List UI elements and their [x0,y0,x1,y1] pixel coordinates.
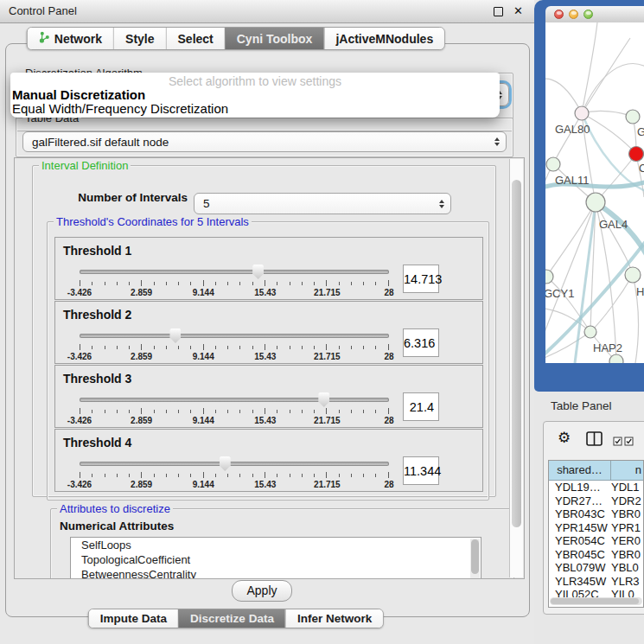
table-row[interactable]: YER054CYER0 [549,534,643,548]
network-edge [553,113,582,164]
column-header-name[interactable]: n [611,461,643,480]
threshold-value-field[interactable]: 21.4 [403,392,439,421]
slider-ticks [80,280,389,286]
close-icon[interactable]: ✕ [513,4,523,17]
table-row[interactable]: YBR045CYBR0 [549,548,643,562]
attribute-item[interactable]: BetweennessCentrality [71,567,481,579]
node-label: G [637,125,644,138]
table-row[interactable]: YDR27…YDR2 [549,494,643,508]
table-cell: YBR0 [611,548,643,562]
table-row[interactable]: YBR043CYBR0 [549,507,643,521]
thresholds-group: Threshold's Coordinates for 5 Intervals … [47,221,489,501]
tab-cyni-toolbox[interactable]: Cyni Toolbox [225,28,324,49]
interval-definition-group: Interval Definition Number of Intervals … [32,165,496,497]
table-rows: YDL19…YDL1YDR27…YDR2YBR043CYBR0YPR145WYP… [549,481,643,602]
table-row[interactable]: YDL19…YDL1 [549,481,643,494]
network-edge [582,111,633,117]
table-row[interactable]: YBL079WYBL0 [549,561,643,575]
network-view-window[interactable]: GAL80GCGAL11GAL4GCY1HHAP2 [534,0,644,392]
table-cell: YLR345W [549,575,611,589]
slider-track[interactable] [80,270,389,274]
table-row[interactable]: YLR345WYLR3 [549,575,643,589]
threshold-slider[interactable]: -3.4262.8599.14415.4321.71528 [80,454,389,490]
slider-track[interactable] [80,334,389,338]
network-node-gal4[interactable] [586,193,605,212]
slider-track[interactable] [80,398,389,402]
node-table[interactable]: shared… n YDL19…YDL1YDR27…YDR2YBR043CYBR… [548,460,644,608]
tab-label: jActiveMNodules [335,32,433,46]
threshold-value-field[interactable]: 14.713 [403,265,439,293]
attribute-item[interactable]: SelfLoops [71,538,481,552]
tab-select[interactable]: Select [166,28,225,49]
table-row[interactable]: YPR145WYPR1 [549,521,643,535]
table-cell: YBR043C [549,507,611,521]
tab-infer-network[interactable]: Infer Network [285,609,383,628]
slider-thumb[interactable] [220,456,231,471]
num-intervals-value: 5 [203,197,210,210]
algorithm-option[interactable]: Equal Width/Frequency Discretization [10,102,500,116]
attributes-list-scrollbar[interactable] [470,539,480,579]
close-light-icon[interactable] [554,10,564,19]
network-node-gal11[interactable] [546,157,560,171]
checkbox-icon[interactable] [624,434,634,450]
table-cell: YLR3 [611,575,643,589]
split-view-icon[interactable] [586,431,603,450]
network-node-gal80[interactable] [575,106,589,120]
node-label: GCY1 [545,287,574,300]
apply-button[interactable]: Apply [232,580,292,602]
num-intervals-label: Number of Intervals [54,191,188,204]
table-cell: YDR2 [611,494,643,508]
node-label: C [639,162,644,175]
tab-label: Select [178,32,214,46]
network-node-h[interactable] [625,267,641,283]
slider-track[interactable] [80,462,389,466]
network-node-c[interactable] [629,147,644,162]
network-edge [545,164,553,266]
tab-label: Infer Network [297,612,372,625]
slider-tick-labels: -3.4262.8599.14415.4321.71528 [80,480,389,490]
network-node-hap2[interactable] [584,326,596,338]
gear-icon[interactable]: ⚙ [558,429,571,446]
network-node-g[interactable] [626,110,640,124]
checkbox-icon[interactable] [613,434,622,450]
attribute-item[interactable]: TopologicalCoefficient [71,552,481,567]
slider-thumb[interactable] [318,392,329,407]
tab-label: Network [54,32,102,46]
tab-impute-data[interactable]: Impute Data [89,609,178,628]
num-intervals-select[interactable]: 5 [194,193,451,214]
tab-style[interactable]: Style [113,28,165,49]
float-icon[interactable] [494,7,503,16]
table-cell: YPR1 [611,521,643,535]
threshold-slider[interactable]: -3.4262.8599.14415.4321.71528 [80,390,389,426]
minimize-light-icon[interactable] [569,10,578,19]
tab-jactivemnodules[interactable]: jActiveMNodules [323,28,444,49]
network-node[interactable] [609,354,623,363]
table-cell: YBL079W [549,561,611,575]
network-edge [545,202,596,344]
threshold-value-field[interactable]: 11.344 [403,456,439,485]
threshold-slider[interactable]: -3.4262.8599.14415.4321.71528 [80,326,389,362]
settings-vertical-scrollbar[interactable] [509,159,523,577]
stepper-arrows-icon [439,200,444,208]
threshold-value-field[interactable]: 6.316 [403,328,439,357]
node-label: GAL11 [555,174,590,187]
window-title: Control Panel [9,0,77,22]
zoom-light-icon[interactable] [583,10,593,19]
algorithm-option[interactable]: Manual Discretization [10,88,500,102]
table-data-select[interactable]: galFiltered.sif default node [22,131,507,152]
node-label: H [636,285,644,298]
slider-tick-labels: -3.4262.8599.14415.4321.71528 [80,416,389,426]
threshold-label: Threshold 3 [63,372,131,386]
network-canvas[interactable]: GAL80GCGAL11GAL4GCY1HHAP2 [545,22,644,363]
slider-thumb[interactable] [169,328,181,343]
table-horizontal-scrollbar[interactable] [550,597,642,605]
slider-thumb[interactable] [252,265,264,279]
tab-network[interactable]: Network [28,28,113,49]
column-header-shared-name[interactable]: shared… [549,461,611,480]
tab-label: Style [125,32,154,46]
table-cell: YER0 [611,534,643,548]
bottom-tab-strip: Impute DataDiscretize DataInfer Network [88,609,384,628]
threshold-slider[interactable]: -3.4262.8599.14415.4321.71528 [80,262,389,298]
numerical-attributes-list[interactable]: SelfLoopsTopologicalCoefficientBetweenne… [70,537,481,579]
tab-discretize-data[interactable]: Discretize Data [178,609,285,628]
